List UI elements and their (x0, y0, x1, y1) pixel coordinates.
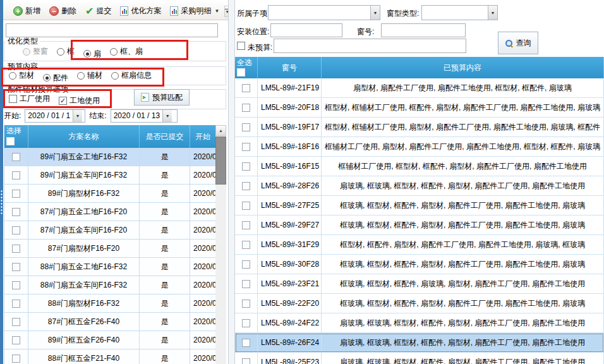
row-checkbox[interactable] (242, 300, 250, 308)
row-checkbox[interactable] (12, 208, 20, 216)
plan-table-scrollbar[interactable]: ▲ (215, 125, 226, 364)
budgeted-content-cell: 框玻璃, 框型材, 框配件, 扇型材, 扇配件工厂使用, 扇配件工地使用, 扇玻… (322, 215, 604, 234)
query-button[interactable]: 查询 (498, 32, 538, 54)
row-checkbox[interactable] (242, 182, 250, 190)
row-checkbox[interactable] (12, 355, 20, 363)
submit-button[interactable]: ✔ 提交 (82, 3, 115, 19)
plan-table-row[interactable]: 89#门扇型材F16-F32是2020/0 (4, 185, 216, 203)
radio-circle-icon (9, 72, 16, 80)
row-checkbox[interactable] (242, 143, 250, 151)
window-no-input[interactable] (381, 23, 466, 37)
plan-table-row[interactable]: 87#门扇五金车间F16-F20是2020/0 (4, 221, 216, 240)
plan-start-cell: 2020/0 (190, 148, 216, 166)
row-checkbox[interactable] (242, 358, 250, 364)
budget-table-row[interactable]: LM5L-89#-18F16框辅材工厂使用, 扇型材, 扇配件工厂使用, 扇配件… (235, 137, 604, 157)
scroll-up-icon[interactable]: ▲ (215, 125, 226, 136)
row-checkbox[interactable] (12, 336, 20, 344)
caret-down-icon[interactable]: ▼ (488, 6, 497, 20)
caret-down-icon[interactable]: ▼ (162, 110, 172, 122)
budget-table-row[interactable]: LM5L-89#-16F15框辅材工厂使用, 框型材, 框配件, 扇型材, 扇配… (235, 157, 604, 176)
plan-start-cell: 2020/0 (190, 258, 216, 276)
opt-type-radio-frame-sash[interactable]: 框、扇 (110, 46, 143, 57)
opt-type-radio-frame[interactable]: 框 (57, 46, 75, 57)
plan-name-cell: 88#门框五金F21-F40 (28, 349, 140, 364)
install-pos-input[interactable] (270, 23, 342, 37)
plan-table-row[interactable]: 88#门扇型材F16-F32是2020/0 (4, 294, 216, 313)
row-checkbox[interactable] (242, 241, 250, 249)
row-checkbox[interactable] (12, 171, 20, 179)
caret-down-icon[interactable]: ▼ (370, 6, 380, 20)
plan-table-row[interactable]: 89#门扇五金工地F16-F32是2020/0 (4, 148, 216, 166)
plan-table-row[interactable]: 87#门扇五金工地F16-F20是2020/0 (4, 203, 216, 221)
budget-radio-accessory[interactable]: 配件 (43, 73, 68, 83)
no-budget-input[interactable] (274, 39, 466, 53)
budget-table-row[interactable]: LM5L-89#-27F25框玻璃, 框型材, 框配件, 扇型材, 扇配件工厂使… (235, 196, 604, 215)
scrollbar-thumb[interactable] (215, 136, 226, 185)
budget-table-row[interactable]: LM5L-89#-22F20框玻璃, 框型材, 框配件, 扇型材, 扇配件工厂使… (235, 294, 604, 313)
row-checkbox[interactable] (12, 281, 20, 289)
row-checkbox[interactable] (12, 153, 20, 161)
budget-radio-auxiliary[interactable]: 辅材 (77, 70, 102, 81)
optimize-plan-button[interactable]: 优化方案 (116, 3, 165, 19)
delete-button[interactable]: − 删除 (45, 3, 80, 19)
plan-table-row[interactable]: 89#门扇五金车间F16-F32是2020/0 (4, 166, 216, 185)
row-checkbox[interactable] (242, 123, 250, 131)
budget-table-row[interactable]: LM5L-89#-24F22扇玻璃, 框玻璃, 框型材, 框配件, 扇型材, 扇… (235, 313, 604, 333)
select-all-checkbox[interactable] (6, 137, 15, 145)
budget-table-row[interactable]: LM5L-89#-21F19扇型材, 扇配件工厂使用, 扇配件工地使用, 框型材… (235, 78, 604, 98)
budget-table-row[interactable]: LM5L-89#-25F23扇玻璃, 框玻璃, 框型材, 框配件, 扇型材, 扇… (235, 353, 604, 364)
budget-radio-profile[interactable]: 型材 (9, 70, 34, 81)
purchase-detail-button[interactable]: 采购明细 ▼ (166, 3, 223, 19)
row-checkbox[interactable] (12, 300, 20, 308)
plan-table-row[interactable]: 88#门扇五金工地F16-F32是2020/0 (4, 258, 216, 276)
row-checkbox[interactable] (12, 263, 20, 271)
row-checkbox[interactable] (12, 190, 20, 198)
budget-table-row[interactable]: LM5L-89#-23F21框玻璃, 框型材, 框配件, 扇玻璃, 扇型材, 扇… (235, 274, 604, 294)
row-checkbox[interactable] (242, 319, 250, 327)
row-checkbox[interactable] (12, 226, 20, 234)
row-checkbox[interactable] (12, 318, 20, 326)
plan-table-row[interactable]: 88#门扇五金车间F16-F32是2020/0 (4, 276, 216, 294)
row-checkbox[interactable] (242, 202, 250, 210)
row-checkbox[interactable] (242, 260, 250, 269)
budget-row-select-cell (235, 176, 258, 195)
row-checkbox[interactable] (242, 280, 250, 288)
budget-table-row[interactable]: LM5L-89#-31F29框型材, 框配件, 扇型材, 扇配件工厂使用, 扇配… (235, 235, 604, 255)
plan-table-row[interactable]: 88#门框五金F21-F40是2020/0 (4, 349, 216, 364)
window-edge-splitter[interactable] (0, 0, 3, 364)
budget-table-row[interactable]: LM5L-89#-30F28框玻璃, 框型材, 框配件, 扇型材, 扇配件工厂使… (235, 255, 604, 274)
caret-down-icon[interactable]: ▼ (73, 110, 82, 122)
row-checkbox[interactable] (242, 104, 250, 112)
budget-match-button[interactable]: 预算匹配 (134, 89, 190, 106)
plan-table-row[interactable]: 89#门框五金F26-F40是2020/0 (4, 331, 216, 349)
window-type-select[interactable]: ▼ (421, 5, 498, 20)
row-checkbox[interactable] (242, 339, 250, 347)
row-checkbox[interactable] (242, 84, 250, 92)
plan-table-row[interactable]: 87#门框五金F26-F40是2020/0 (4, 313, 216, 331)
checkbox-site-use[interactable]: ✓工地使用 (59, 95, 100, 106)
budget-table-row[interactable]: LM5L-89#-26F24扇玻璃, 框玻璃, 框型材, 框配件, 扇型材, 扇… (235, 333, 604, 353)
add-button[interactable]: + 新增 (9, 3, 44, 19)
budget-table-row[interactable]: LM5L-89#-20F18框型材, 框辅材工厂使用, 框配件, 扇型材, 扇配… (235, 98, 604, 118)
budget-table-row[interactable]: LM5L-89#-29F27框玻璃, 框型材, 框配件, 扇型材, 扇配件工厂使… (235, 215, 604, 235)
row-checkbox[interactable] (242, 221, 250, 229)
checkbox-label: 工地使用 (69, 95, 100, 106)
opt-type-radio-sash[interactable]: 扇 (83, 49, 101, 59)
row-checkbox[interactable] (12, 245, 20, 253)
row-checkbox[interactable] (242, 162, 250, 171)
sub-item-select[interactable]: ▼ (268, 5, 380, 20)
plan-table-row[interactable]: 87#门扇型材F16-F20是2020/0 (4, 240, 216, 258)
checkbox-factory-use[interactable]: 工厂使用 (9, 94, 50, 104)
budgeted-content-cell: 框型材, 框辅材工厂使用, 扇型材, 扇配件工厂使用, 扇配件工地使用, 扇玻璃… (322, 118, 604, 136)
start-date-picker[interactable]: 2020 / 01 / 1 ▼ (25, 109, 85, 123)
budget-radio-frame-sash-info[interactable]: 框扇信息 (111, 70, 152, 81)
no-budget-checkbox[interactable] (237, 42, 245, 50)
radio-circle-icon (43, 74, 51, 82)
end-date-picker[interactable]: 2020 / 01 / 13 ▼ (111, 109, 178, 123)
budget-table-row[interactable]: LM5L-89#-19F17框型材, 框辅材工厂使用, 扇型材, 扇配件工厂使用… (235, 118, 604, 137)
budget-table-row[interactable]: LM5L-89#-28F26扇玻璃, 框玻璃, 框型材, 框配件, 扇型材, 扇… (235, 176, 604, 196)
window-no-cell: LM5L-89#-18F16 (258, 137, 322, 156)
select-all-checkbox[interactable] (237, 68, 245, 76)
panel-splitter[interactable] (228, 0, 235, 364)
plan-search-input[interactable] (6, 23, 218, 37)
